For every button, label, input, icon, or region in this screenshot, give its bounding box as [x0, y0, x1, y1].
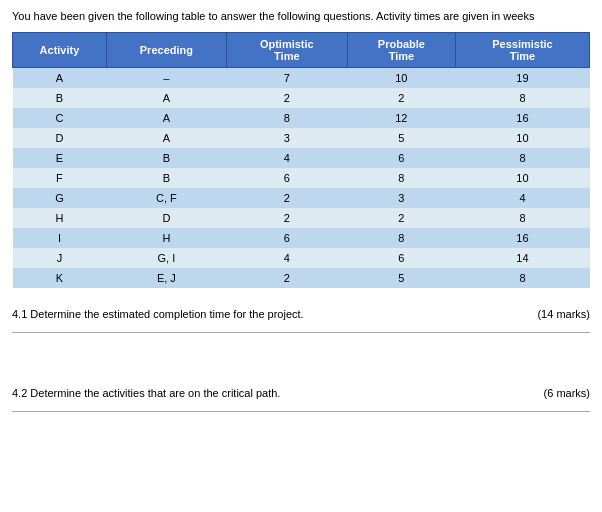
table-row: FB6810: [13, 168, 590, 188]
table-cell: 8: [347, 168, 455, 188]
table-cell: B: [13, 88, 107, 108]
table-cell: 6: [226, 168, 347, 188]
table-cell: A: [106, 108, 226, 128]
table-cell: 16: [455, 228, 589, 248]
table-cell: 2: [226, 88, 347, 108]
answer-space-4-1: [12, 341, 590, 381]
table-cell: 2: [347, 88, 455, 108]
table-cell: 3: [347, 188, 455, 208]
table-cell: 3: [226, 128, 347, 148]
table-cell: 2: [226, 188, 347, 208]
table-cell: 14: [455, 248, 589, 268]
section-divider-1: [12, 332, 590, 333]
table-cell: J: [13, 248, 107, 268]
table-cell: 8: [455, 148, 589, 168]
question-4-1-text: 4.1 Determine the estimated completion t…: [12, 308, 304, 320]
table-row: KE, J258: [13, 268, 590, 288]
table-row: DA3510: [13, 128, 590, 148]
table-cell: 8: [455, 88, 589, 108]
table-cell: E: [13, 148, 107, 168]
table-row: EB468: [13, 148, 590, 168]
table-cell: 5: [347, 268, 455, 288]
table-row: JG, I4614: [13, 248, 590, 268]
table-cell: 10: [455, 168, 589, 188]
header-optimistic: OptimisticTime: [226, 33, 347, 68]
table-cell: 8: [347, 228, 455, 248]
table-cell: 5: [347, 128, 455, 148]
table-cell: 6: [347, 148, 455, 168]
table-cell: B: [106, 148, 226, 168]
header-pessimistic: PessimisticTime: [455, 33, 589, 68]
table-cell: C, F: [106, 188, 226, 208]
table-cell: A: [106, 88, 226, 108]
table-cell: 2: [226, 208, 347, 228]
table-cell: 10: [455, 128, 589, 148]
table-cell: H: [13, 208, 107, 228]
table-cell: I: [13, 228, 107, 248]
table-cell: 12: [347, 108, 455, 128]
table-cell: –: [106, 68, 226, 89]
table-cell: A: [13, 68, 107, 89]
table-cell: D: [13, 128, 107, 148]
table-cell: 6: [226, 228, 347, 248]
table-cell: 8: [455, 208, 589, 228]
table-row: BA228: [13, 88, 590, 108]
table-cell: 2: [347, 208, 455, 228]
table-cell: 6: [347, 248, 455, 268]
table-cell: 4: [226, 148, 347, 168]
intro-text: You have been given the following table …: [12, 10, 590, 22]
header-probable: ProbableTime: [347, 33, 455, 68]
table-row: CA81216: [13, 108, 590, 128]
question-4-1-row: 4.1 Determine the estimated completion t…: [12, 302, 590, 324]
table-cell: 19: [455, 68, 589, 89]
table-cell: B: [106, 168, 226, 188]
table-cell: D: [106, 208, 226, 228]
header-preceding: Preceding: [106, 33, 226, 68]
section-divider-2: [12, 411, 590, 412]
table-cell: 4: [455, 188, 589, 208]
table-cell: 7: [226, 68, 347, 89]
question-4-2-text: 4.2 Determine the activities that are on…: [12, 387, 280, 399]
table-row: A–71019: [13, 68, 590, 89]
table-cell: G: [13, 188, 107, 208]
table-cell: 4: [226, 248, 347, 268]
question-4-1-marks: (14 marks): [537, 308, 590, 320]
table-cell: 10: [347, 68, 455, 89]
table-cell: G, I: [106, 248, 226, 268]
table-header-row: Activity Preceding OptimisticTime Probab…: [13, 33, 590, 68]
question-4-2-row: 4.2 Determine the activities that are on…: [12, 381, 590, 403]
table-row: HD228: [13, 208, 590, 228]
table-cell: 8: [226, 108, 347, 128]
table-cell: F: [13, 168, 107, 188]
table-cell: K: [13, 268, 107, 288]
table-cell: 8: [455, 268, 589, 288]
activity-table: Activity Preceding OptimisticTime Probab…: [12, 32, 590, 288]
question-4-2-marks: (6 marks): [544, 387, 590, 399]
table-row: GC, F234: [13, 188, 590, 208]
table-cell: H: [106, 228, 226, 248]
table-row: IH6816: [13, 228, 590, 248]
header-activity: Activity: [13, 33, 107, 68]
table-cell: A: [106, 128, 226, 148]
table-cell: E, J: [106, 268, 226, 288]
table-cell: 16: [455, 108, 589, 128]
table-cell: C: [13, 108, 107, 128]
table-cell: 2: [226, 268, 347, 288]
